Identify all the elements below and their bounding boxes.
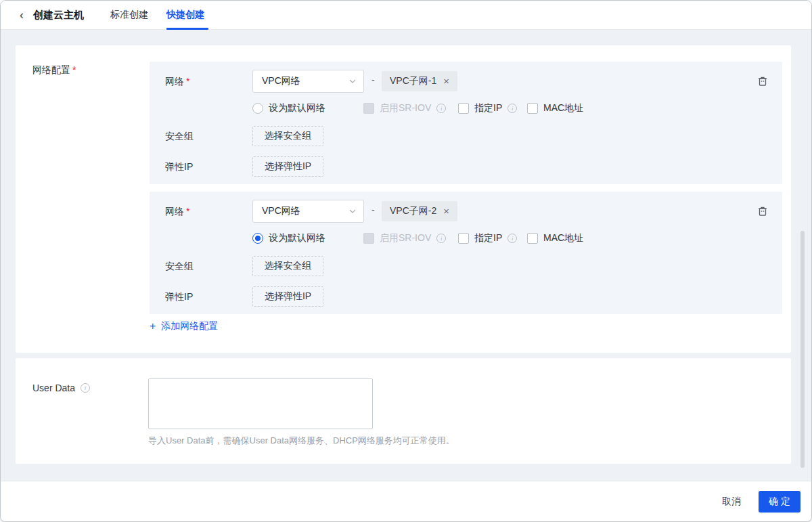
sriov-option: 启用SR-IOV i	[363, 102, 446, 114]
network-type-selected-value: VPC网络	[262, 75, 300, 87]
sriov-label: 启用SR-IOV	[380, 232, 431, 244]
info-icon: i	[508, 234, 517, 243]
vertical-scrollbar-thumb[interactable]	[800, 231, 805, 468]
checkbox-icon[interactable]	[527, 103, 538, 114]
footer-action-bar: 取消 确 定	[1, 481, 811, 521]
checkbox-disabled-icon	[363, 103, 374, 114]
specify-ip-option[interactable]: 指定IP i	[458, 232, 517, 244]
select-eip-button[interactable]: 选择弹性IP	[252, 156, 323, 177]
checkbox-icon[interactable]	[458, 103, 469, 114]
remove-subnet-icon[interactable]: ×	[443, 77, 449, 86]
required-mark: *	[72, 64, 76, 75]
info-icon: i	[436, 234, 446, 243]
delete-network-block-icon[interactable]	[757, 75, 769, 87]
specify-ip-option[interactable]: 指定IP i	[458, 102, 517, 114]
user-data-label: User Data	[32, 383, 75, 393]
create-vm-page: ‹ 创建云主机 标准创建 快捷创建 网络配置* 网络* VPC网络 - VPC子…	[0, 0, 812, 522]
network-type-selected-value: VPC网络	[262, 205, 300, 217]
network-type-select[interactable]: VPC网络	[252, 70, 364, 93]
chevron-down-icon	[348, 77, 357, 85]
network-config-label: 网络配置*	[32, 64, 76, 77]
default-network-option[interactable]: 设为默认网络	[252, 102, 325, 114]
subnet-tag: VPC子网-1 ×	[382, 71, 457, 91]
select-security-group-button[interactable]: 选择安全组	[252, 126, 323, 146]
radio-unchecked-icon[interactable]	[252, 103, 263, 114]
add-network-config-link[interactable]: + 添加网络配置	[150, 320, 218, 332]
tab-quick-create[interactable]: 快捷创建	[166, 9, 204, 21]
security-group-label: 安全组	[165, 131, 194, 143]
network-label: 网络*	[165, 206, 189, 218]
select-security-group-button[interactable]: 选择安全组	[252, 256, 323, 276]
eip-label: 弹性IP	[165, 161, 193, 173]
mac-address-label: MAC地址	[543, 102, 583, 114]
network-label: 网络*	[165, 76, 189, 88]
specify-ip-label: 指定IP	[474, 232, 502, 244]
checkbox-disabled-icon	[363, 233, 374, 244]
mac-address-option[interactable]: MAC地址	[527, 102, 583, 114]
network-block-2: 网络* VPC网络 - VPC子网-2 × 设为默认网络 启用SR-	[150, 192, 782, 314]
default-network-label: 设为默认网络	[269, 102, 325, 114]
radio-checked-icon[interactable]	[252, 233, 263, 244]
user-data-label-row: User Data i	[32, 383, 90, 393]
tab-standard-create[interactable]: 标准创建	[110, 9, 148, 21]
required-mark: *	[186, 76, 189, 87]
plus-icon: +	[150, 321, 156, 332]
select-eip-button[interactable]: 选择弹性IP	[252, 286, 323, 307]
default-network-label: 设为默认网络	[269, 232, 325, 244]
cancel-button[interactable]: 取消	[722, 496, 741, 508]
mac-address-label: MAC地址	[543, 232, 583, 244]
required-mark: *	[186, 206, 189, 217]
confirm-button[interactable]: 确 定	[759, 491, 800, 513]
default-network-option[interactable]: 设为默认网络	[252, 232, 325, 244]
checkbox-icon[interactable]	[458, 233, 469, 244]
user-data-hint: 导入User Data前，需确保User Data网络服务、DHCP网络服务均可…	[148, 435, 455, 447]
page-title: 创建云主机	[33, 9, 84, 22]
info-icon: i	[81, 383, 90, 393]
user-data-textarea[interactable]	[148, 378, 373, 429]
delete-network-block-icon[interactable]	[757, 205, 769, 217]
sriov-option: 启用SR-IOV i	[363, 232, 446, 244]
info-icon: i	[508, 104, 517, 113]
network-config-panel: 网络配置* 网络* VPC网络 - VPC子网-1 × 设为默认网络	[16, 45, 791, 353]
subnet-tag: VPC子网-2 ×	[382, 201, 457, 221]
checkbox-icon[interactable]	[527, 233, 538, 244]
network-block-1: 网络* VPC网络 - VPC子网-1 × 设为默认网络 启用SR-	[150, 62, 782, 184]
security-group-label: 安全组	[165, 261, 194, 273]
back-icon[interactable]: ‹	[20, 8, 24, 22]
active-tab-underline	[166, 28, 208, 30]
chevron-down-icon	[348, 207, 357, 215]
subnet-tag-label: VPC子网-2	[390, 205, 436, 217]
subnet-tag-label: VPC子网-1	[390, 75, 436, 87]
separator-dash: -	[371, 74, 375, 85]
add-network-config-label: 添加网络配置	[161, 320, 218, 332]
sriov-label: 启用SR-IOV	[380, 102, 431, 114]
specify-ip-label: 指定IP	[474, 102, 502, 114]
user-data-panel: User Data i 导入User Data前，需确保User Data网络服…	[16, 358, 791, 464]
info-icon: i	[436, 104, 446, 113]
remove-subnet-icon[interactable]: ×	[443, 206, 449, 216]
network-type-select[interactable]: VPC网络	[252, 200, 364, 223]
separator-dash: -	[371, 204, 375, 215]
eip-label: 弹性IP	[165, 291, 193, 303]
page-header: ‹ 创建云主机 标准创建 快捷创建	[1, 1, 811, 30]
mac-address-option[interactable]: MAC地址	[527, 232, 583, 244]
